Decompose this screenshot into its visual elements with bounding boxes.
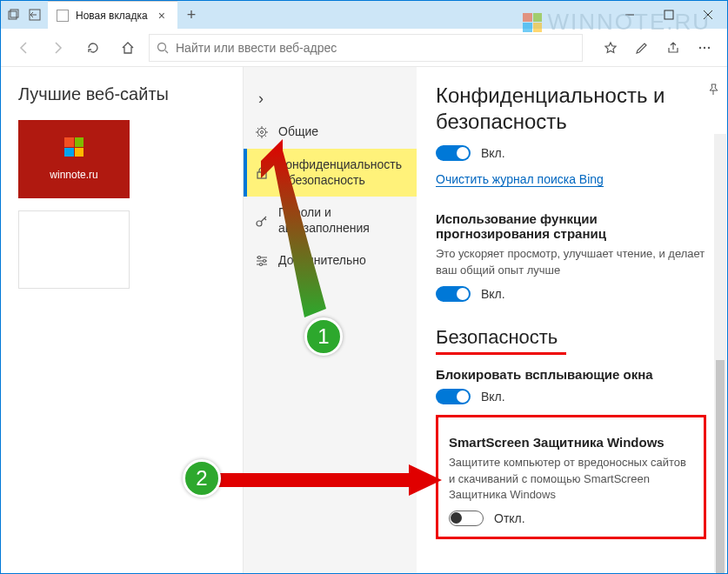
security-heading: Безопасность — [436, 326, 706, 349]
smartscreen-heading: SmartScreen Защитника Windows — [449, 435, 693, 450]
scrollbar[interactable] — [714, 134, 726, 572]
sidebar-item-general[interactable]: Общие — [244, 116, 417, 149]
refresh-button[interactable] — [79, 34, 107, 62]
scrollbar-thumb[interactable] — [716, 360, 725, 573]
smartscreen-toggle[interactable] — [449, 511, 484, 526]
panel-title: Конфиденциальность и безопасность — [436, 83, 706, 135]
toggle-label: Вкл. — [481, 146, 505, 160]
sliders-icon — [254, 253, 270, 269]
back-button[interactable] — [10, 34, 37, 62]
svg-point-9 — [699, 46, 701, 48]
svg-point-17 — [264, 260, 266, 263]
search-icon — [157, 42, 169, 54]
sidebar-item-label: Конфиденциальность и безопасность — [278, 157, 406, 188]
cascade-windows-icon[interactable] — [8, 9, 20, 21]
notes-button[interactable] — [628, 34, 656, 62]
svg-point-13 — [261, 131, 264, 134]
sidebar-item-privacy[interactable]: Конфиденциальность и безопасность — [244, 149, 417, 197]
address-bar[interactable] — [149, 34, 583, 62]
search-input[interactable] — [176, 41, 575, 55]
svg-point-10 — [704, 46, 705, 48]
minimize-button[interactable] — [610, 1, 649, 29]
lock-icon — [254, 165, 270, 181]
svg-point-11 — [708, 46, 710, 48]
sidebar-item-passwords[interactable]: Пароли и автозаполнения — [244, 197, 417, 244]
browser-tab[interactable]: Новая вкладка × — [48, 1, 177, 29]
svg-point-16 — [258, 257, 261, 259]
page-prediction-heading: Использование функции прогнозирования ст… — [436, 211, 706, 241]
block-popups-toggle[interactable] — [436, 389, 471, 404]
share-button[interactable] — [659, 34, 687, 62]
titlebar: Новая вкладка × + — [1, 1, 727, 29]
top-sites-heading: Лучшие веб-сайты — [18, 84, 243, 104]
svg-rect-4 — [665, 10, 673, 19]
more-button[interactable] — [691, 34, 718, 62]
toggle-label: Вкл. — [481, 287, 505, 301]
sidebar-item-label: Пароли и автозаполнения — [278, 205, 406, 236]
set-aside-tabs-icon[interactable] — [29, 9, 41, 21]
toggle-label: Откл. — [494, 511, 525, 525]
settings-panel: Конфиденциальность и безопасность Вкл. О… — [417, 67, 727, 573]
annotation-highlight-box: SmartScreen Защитника Windows Защитите к… — [436, 415, 706, 540]
svg-point-18 — [260, 264, 263, 266]
svg-point-12 — [258, 129, 266, 137]
close-tab-icon[interactable]: × — [155, 9, 169, 23]
annotation-underline — [436, 352, 566, 355]
svg-rect-1 — [9, 11, 17, 19]
toggle-label: Вкл. — [481, 390, 505, 404]
sidebar-expand-button[interactable]: › — [244, 81, 278, 116]
key-icon — [254, 213, 270, 229]
svg-rect-14 — [257, 172, 266, 178]
forward-button[interactable] — [44, 34, 72, 62]
close-window-button[interactable] — [688, 1, 727, 29]
sidebar-item-label: Общие — [278, 124, 318, 140]
tile-label: winnote.ru — [50, 169, 97, 181]
empty-tile[interactable] — [18, 210, 130, 289]
page-icon — [57, 10, 69, 22]
new-tab-content: Лучшие веб-сайты winnote.ru — [1, 67, 243, 573]
new-tab-button[interactable]: + — [177, 1, 205, 29]
privacy-toggle[interactable] — [436, 145, 471, 161]
smartscreen-desc: Защитите компьютер от вредоносных сайтов… — [449, 455, 693, 504]
sidebar-item-advanced[interactable]: Дополнительно — [244, 244, 417, 277]
svg-rect-0 — [10, 10, 18, 17]
sidebar-item-label: Дополнительно — [278, 253, 366, 269]
page-prediction-desc: Это ускоряет просмотр, улучшает чтение, … — [436, 246, 706, 279]
favorites-button[interactable] — [597, 34, 624, 62]
toolbar — [1, 29, 727, 67]
maximize-button[interactable] — [649, 1, 688, 29]
block-popups-heading: Блокировать всплывающие окна — [436, 367, 706, 382]
page-prediction-toggle[interactable] — [436, 286, 471, 302]
svg-point-7 — [158, 43, 166, 50]
home-button[interactable] — [114, 34, 142, 62]
clear-bing-history-link[interactable]: Очистить журнал поиска Bing — [436, 172, 604, 187]
settings-sidebar: › Общие Конфиденциальность и безопасност… — [243, 67, 417, 573]
svg-line-8 — [165, 50, 168, 53]
gear-icon — [254, 124, 270, 140]
windows-logo-icon — [64, 137, 83, 157]
pin-icon[interactable] — [706, 83, 720, 100]
tab-title: Новая вкладка — [76, 10, 148, 22]
top-site-tile[interactable]: winnote.ru — [18, 120, 130, 198]
